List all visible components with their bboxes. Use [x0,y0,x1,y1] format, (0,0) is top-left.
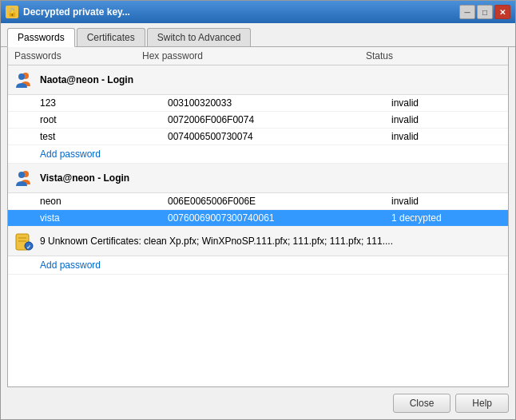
cert-icon: ✓ [14,232,34,251]
hex-cell: 003100320033 [168,97,391,109]
col-header-status: Status [366,50,502,61]
scrollable-content: Naota@neon - Login 123 003100320033 inva… [8,65,508,386]
title-controls: ─ □ ✕ [459,5,510,19]
group-vista-icon [14,168,34,188]
group-vista: Vista@neon - Login [8,164,508,193]
status-cell: invalid [391,196,502,207]
password-cell: root [40,114,168,125]
table-row[interactable]: 123 003100320033 invalid [8,95,508,112]
window-title: Decrypted private key... [23,6,459,18]
minimize-button[interactable]: ─ [459,5,475,19]
password-cell: vista [40,212,168,224]
group-naota: Naota@neon - Login [8,65,508,95]
maximize-button[interactable]: □ [477,5,493,19]
col-header-hex: Hex password [142,50,366,61]
tab-certificates[interactable]: Certificates [77,28,145,46]
table-row[interactable]: test 0074006500730074 invalid [8,129,508,145]
table-row[interactable]: neon 006E0065006F006E invalid [8,193,508,210]
table-header: Passwords Hex password Status [8,47,508,65]
svg-point-3 [18,172,25,178]
tab-switch-advanced[interactable]: Switch to Advanced [147,28,252,46]
col-header-passwords: Passwords [14,50,142,61]
hex-cell: 0074006500730074 [168,131,391,142]
tabs-bar: Passwords Certificates Switch to Advance… [1,23,515,47]
tab-passwords[interactable]: Passwords [7,28,75,47]
add-password-link-1[interactable]: Add password [8,145,508,164]
content-area: Passwords Hex password Status Naota@ [7,47,509,387]
main-window: 🔓 Decrypted private key... ─ □ ✕ Passwor… [0,0,516,420]
svg-rect-5 [18,237,26,239]
svg-rect-6 [18,240,26,242]
status-cell: invalid [391,97,502,109]
password-cell: test [40,131,168,142]
footer: Close Help [1,387,515,419]
hex-cell: 0072006F006F0074 [168,114,391,125]
close-button[interactable]: Close [393,394,451,413]
table-row-selected[interactable]: vista 00760069007300740061 1 decrypted [8,210,508,227]
add-password-link-2[interactable]: Add password [8,256,508,275]
title-bar: 🔓 Decrypted private key... ─ □ ✕ [1,1,515,23]
hex-cell: 00760069007300740061 [168,212,391,224]
help-button[interactable]: Help [455,394,509,413]
svg-text:✓: ✓ [26,244,31,250]
password-cell: 123 [40,97,168,109]
status-cell: 1 decrypted [391,212,502,224]
table-row[interactable]: root 0072006F006F0074 invalid [8,112,508,129]
group-naota-label: Naota@neon - Login [40,74,133,85]
status-cell: invalid [391,131,502,142]
password-cell: neon [40,196,168,207]
group-vista-label: Vista@neon - Login [40,172,129,184]
window-icon: 🔓 [6,6,18,18]
close-title-button[interactable]: ✕ [494,5,510,19]
cert-group: ✓ 9 Unknown Certificates: clean Xp.pfx; … [8,227,508,256]
status-cell: invalid [391,114,502,125]
svg-point-1 [18,73,25,80]
hex-cell: 006E0065006F006E [168,196,391,207]
cert-group-label: 9 Unknown Certificates: clean Xp.pfx; Wi… [40,236,393,247]
group-naota-icon [14,70,34,89]
